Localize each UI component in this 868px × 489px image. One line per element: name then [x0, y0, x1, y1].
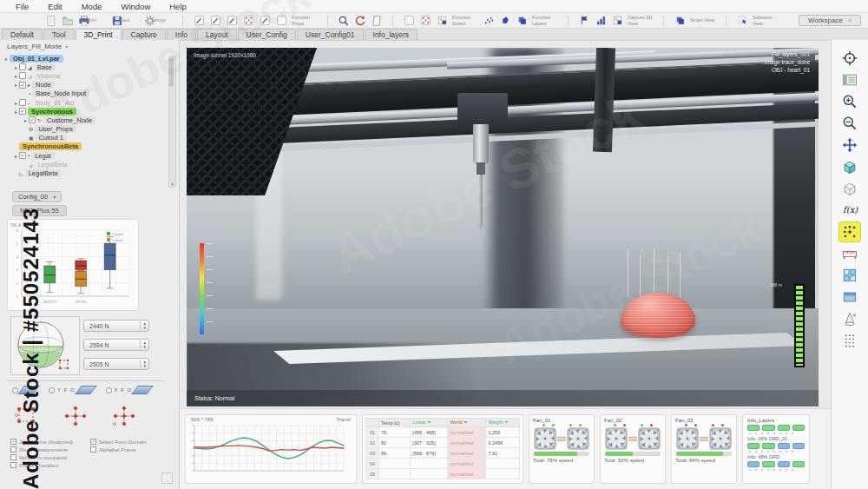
expand-arrow-icon[interactable]: ▸: [3, 56, 10, 62]
checkbox[interactable]: [10, 462, 16, 468]
tab-user_config[interactable]: User_Config: [238, 29, 296, 40]
zoom-out-icon[interactable]: [839, 114, 860, 133]
tree-item[interactable]: SynchronousBeta: [3, 142, 165, 151]
tree-item[interactable]: ▣Cutout 1: [3, 134, 165, 142]
plane-option[interactable]: Y F O: [49, 386, 94, 394]
tree-checkbox[interactable]: [19, 63, 26, 70]
tree-item[interactable]: ▸◢Base: [3, 63, 165, 71]
table-header-World[interactable]: World ⏷: [448, 419, 486, 427]
table-header-Weight[interactable]: Weight ⏷: [486, 419, 520, 427]
table-header-Linear[interactable]: Linear ⏷: [411, 419, 448, 427]
menu-help[interactable]: Help: [169, 2, 187, 11]
layer-pill[interactable]: [778, 425, 790, 431]
tree-scrollbar[interactable]: ▲ ▼: [168, 56, 176, 188]
tab-3d_print[interactable]: 3D_Print: [76, 29, 122, 40]
scatter-icon[interactable]: [483, 15, 495, 27]
stepper-input[interactable]: 2440 N▴▾: [83, 320, 149, 332]
radio-icon[interactable]: [106, 387, 112, 393]
tree-item[interactable]: ◺LegalBeta: [3, 169, 165, 177]
stepper-arrows-icon[interactable]: ▴▾: [140, 360, 148, 368]
scroll-down-icon[interactable]: ▼: [169, 182, 175, 187]
tree-item[interactable]: ▸Synchronous: [3, 107, 165, 116]
tree-checkbox[interactable]: [19, 108, 26, 115]
radio-icon[interactable]: [49, 387, 55, 393]
menu-edit[interactable]: Edit: [48, 2, 62, 11]
tree-item[interactable]: ◢LegalBeta: [3, 160, 165, 169]
expand-arrow-icon[interactable]: ▸: [23, 117, 29, 123]
tab-layout[interactable]: Layout: [197, 29, 237, 40]
tree-item[interactable]: ▸↻Custome_Node: [3, 116, 165, 124]
center-target-icon[interactable]: [839, 49, 860, 68]
node-diamond-icon[interactable]: [111, 405, 137, 431]
select-box-icon[interactable]: [403, 15, 415, 27]
layer-pill[interactable]: [747, 425, 760, 431]
empty-box-icon[interactable]: [275, 15, 287, 27]
target-box-icon[interactable]: [419, 15, 431, 27]
capture-icon[interactable]: [611, 15, 623, 27]
annotate-pen-2-icon[interactable]: [209, 15, 221, 27]
tree-item[interactable]: ▸Obj_01_Lvl.par: [3, 54, 165, 63]
wireframe-cube-icon[interactable]: [839, 179, 860, 198]
tree-checkbox[interactable]: [19, 72, 26, 79]
layer-panel-icon[interactable]: [839, 287, 860, 307]
swap-box-icon[interactable]: [436, 15, 448, 27]
table-row[interactable]: 0176[456 · 468]normalized1.256: [366, 427, 520, 438]
layer-pill[interactable]: [792, 443, 805, 449]
layer-pill[interactable]: [762, 443, 774, 449]
annotate-pen-1-icon[interactable]: [193, 15, 205, 27]
selection-view-icon[interactable]: [736, 15, 748, 27]
expand-arrow-icon[interactable]: ▸: [13, 82, 19, 88]
tab-tool[interactable]: Tool: [43, 29, 75, 40]
tab-user_config01[interactable]: User_Config01: [297, 29, 364, 40]
stepper-arrows-icon[interactable]: ▴▾: [140, 340, 148, 349]
menu-file[interactable]: File: [16, 2, 29, 11]
solid-shape-icon[interactable]: [499, 15, 511, 27]
layout-grid-icon[interactable]: [839, 266, 860, 285]
annotate-pen-3-icon[interactable]: [226, 15, 238, 27]
expand-arrow-icon[interactable]: ▸: [13, 109, 19, 115]
expand-arrow-icon[interactable]: ▸: [13, 100, 19, 106]
stepper-arrows-icon[interactable]: ▴▾: [140, 321, 148, 330]
chart-icon[interactable]: [595, 15, 607, 27]
tree-item[interactable]: ▸◢Material: [3, 71, 165, 80]
more-grid-icon[interactable]: [839, 331, 860, 350]
layer-pill[interactable]: [778, 461, 790, 467]
tab-info[interactable]: Info: [167, 29, 196, 40]
tree-checkbox[interactable]: [19, 152, 26, 159]
tab-capture[interactable]: Capture: [122, 29, 166, 40]
config-dropdown[interactable]: Config_00 ▾: [12, 191, 62, 202]
expand-arrow-icon[interactable]: ▸: [13, 73, 19, 79]
layered-shape-icon[interactable]: [516, 15, 528, 27]
table-row[interactable]: 04normalized: [366, 459, 520, 469]
layer-pill[interactable]: [747, 461, 760, 467]
annotate-pen-4-icon[interactable]: [259, 15, 271, 27]
camera-viewport[interactable]: 688 m Image-tunnel 1920x1080 Fill_layers…: [187, 48, 819, 406]
shape-page-icon[interactable]: [371, 15, 383, 27]
tree-checkbox[interactable]: [19, 99, 26, 106]
detail-panel-icon[interactable]: [839, 70, 860, 89]
checkbox[interactable]: [90, 446, 96, 453]
layer-pill[interactable]: [762, 425, 774, 431]
tree-item[interactable]: ▪Base_Node Input: [3, 89, 165, 98]
checkbox[interactable]: [90, 439, 96, 445]
tab-default[interactable]: Default: [2, 29, 43, 40]
layer-pill[interactable]: [792, 425, 805, 431]
tree-item[interactable]: ⚙User_Props: [3, 125, 165, 134]
smart-view-icon[interactable]: [674, 15, 686, 27]
table-row[interactable]: 0356[569 · 679]normalized7.91: [366, 448, 520, 459]
layer-pill[interactable]: [747, 443, 760, 449]
pan-move-icon[interactable]: [839, 135, 860, 155]
solid-cube-icon[interactable]: [839, 157, 860, 176]
scrollbar-thumb[interactable]: [169, 57, 174, 87]
tree-item[interactable]: ▸▸Node: [3, 81, 165, 89]
radio-icon[interactable]: [12, 387, 18, 393]
node-cross-icon[interactable]: [62, 405, 89, 431]
expand-arrow-icon[interactable]: ▸: [13, 64, 19, 70]
workspace-button[interactable]: Workspace≡: [799, 15, 861, 26]
layer-pill[interactable]: [778, 443, 790, 449]
menu-window[interactable]: Window: [121, 2, 150, 11]
marker-points-icon[interactable]: [242, 15, 254, 27]
tree-item[interactable]: ▸▸Body_01_Act: [3, 98, 165, 107]
checkbox[interactable]: [10, 446, 16, 453]
function-fx-icon[interactable]: f(x): [839, 201, 860, 220]
